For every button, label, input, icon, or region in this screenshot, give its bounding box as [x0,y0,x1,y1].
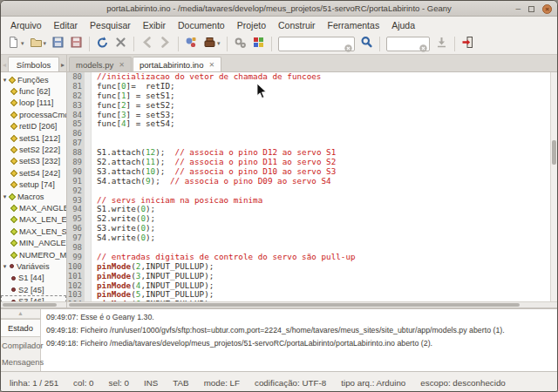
tree-item[interactable]: setS4 [242] [1,167,66,179]
tree-category-variáveis[interactable]: ▾Variáveis [1,260,66,272]
statusbar-field: INS [144,378,158,388]
message-tab-mensagens[interactable]: Mensagens [1,354,40,370]
goto-line-input-clear-icon[interactable] [419,40,427,56]
sidebar-hscroll-thumb[interactable] [3,303,57,307]
message-tab-compilador[interactable]: Compilador [1,337,40,354]
code-line: func[4] = setS4; [97,119,550,129]
tree-category-label: Funções [17,76,49,84]
search-input[interactable] [281,37,333,51]
ic-method [10,99,17,106]
sidebar-hscrollbar[interactable] [1,301,66,308]
close-window-button[interactable]: × [542,4,552,14]
tab-models.py[interactable]: models.py✕ [69,57,132,71]
editor-hscrollbar[interactable] [67,301,557,308]
goto-line-input[interactable] [389,37,418,51]
tree-item-label: S2 [45] [18,286,44,294]
message-tab-estado[interactable]: Estado [1,319,40,337]
close-doc-icon [114,36,127,52]
minimize-button[interactable]: – [515,4,521,13]
new-file-button[interactable]: ▾ [4,34,27,54]
tree-item[interactable]: retID [206] [1,121,66,132]
tree-category-macros[interactable]: ▾Macros [1,191,66,202]
menu-item-editar[interactable]: Editar [48,18,84,32]
build-button[interactable]: ▾ [201,34,223,54]
color-chooser-button[interactable] [249,34,268,54]
revert-button[interactable] [93,34,112,54]
tree-category-funções[interactable]: ▾Funções [1,74,66,85]
document-tab-label: models.py [76,60,113,70]
menu-item-ferramentas[interactable]: Ferramentas [322,18,386,32]
tree-item-label: setS2 [222] [19,145,60,154]
menu-item-arquivo[interactable]: Arquivo [4,18,48,32]
sidebar-tab-bar: ◂ Símbolos ▸ [1,55,66,72]
tree-item[interactable]: MAX_LEN_SAI [1,226,66,237]
document-tab-bar: models.py✕portaLabirinto.ino✕ [67,55,557,72]
open-file-button-dropdown-icon[interactable]: ▾ [44,40,47,47]
code-area[interactable]: //inicializacao do vetor de chamada de f… [92,72,550,301]
statusbar-field: col: 0 [73,378,93,388]
goto-line-button[interactable] [432,34,451,54]
menu-item-documento[interactable]: Documento [172,18,231,32]
execute-button[interactable] [231,34,249,54]
message-tabs-scroll-up-icon[interactable]: ▲ [1,309,40,319]
close-document-button[interactable] [112,34,130,54]
code-line: S4.write(0); [97,233,550,243]
tree-item[interactable]: setS3 [232] [1,156,66,167]
tree-item[interactable]: setS1 [212] [1,132,66,144]
find-button[interactable] [357,34,376,54]
tree-item[interactable]: setup [74] [1,179,66,191]
toolbar-separator [454,37,455,51]
tab-symbols[interactable]: Símbolos [8,57,59,71]
forward-button[interactable] [156,34,174,54]
editor-vscroll-thumb[interactable] [552,140,556,165]
back-icon [140,36,153,52]
sidebar-scroll-left-icon[interactable]: ◂ [1,61,8,71]
tree-item[interactable]: S2 [45] [1,284,66,295]
compile-icon [185,36,198,52]
tree-item[interactable]: MIN_ANGLE [3 [1,237,66,248]
menu-item-exibir[interactable]: Exibir [137,18,172,32]
search-input-clear-icon[interactable] [344,40,352,56]
editor-hscroll-thumb[interactable] [69,303,520,307]
build-button-dropdown-icon[interactable]: ▾ [217,40,221,47]
tree-item[interactable]: processaCmd [1,109,66,120]
tree-item[interactable]: S1 [44] [1,273,66,284]
tree-item[interactable]: MAX_ANGLE [ [1,202,66,213]
tree-item[interactable]: setS2 [222] [1,144,66,155]
maximize-button[interactable] [528,6,534,12]
save-icon [51,36,65,52]
save-all-button[interactable] [67,34,85,54]
editor-vscrollbar[interactable] [550,72,557,301]
window-controls: – × [515,1,552,17]
tab-close-icon[interactable]: ✕ [208,61,214,69]
tree-item-label: setup [74] [19,180,55,189]
tree-item[interactable]: NUMERO_MAX [1,249,66,260]
tree-item-label: func [62] [19,87,51,96]
menu-item-pesquisar[interactable]: Pesquisar [84,18,137,32]
expander-icon[interactable]: ▾ [1,263,9,270]
save-button[interactable] [49,34,67,54]
compile-button[interactable] [182,34,201,54]
new-file-button-dropdown-icon[interactable]: ▾ [21,40,24,47]
ic-macro [9,193,16,199]
tree-item[interactable]: MAX_LEN_ENT [1,214,66,226]
open-file-button[interactable]: ▾ [27,34,50,54]
title-bar[interactable]: portaLabirinto.ino - /media/tavares/deve… [1,1,557,17]
ic-method [10,112,17,118]
sidebar: ◂ Símbolos ▸ ▾Funçõesfunc [62]loop [111]… [1,55,67,308]
tab-close-icon[interactable]: ✕ [119,61,125,69]
forward-icon [159,36,172,52]
menu-item-ajuda[interactable]: Ajuda [385,18,421,32]
menu-item-construir[interactable]: Construir [272,18,322,32]
ic-method [10,134,17,141]
sidebar-scroll-right-icon[interactable]: ▸ [59,61,66,71]
tree-item[interactable]: func [62] [1,85,66,97]
back-button[interactable] [138,34,156,54]
quit-button[interactable] [459,34,477,54]
tree-item[interactable]: loop [111] [1,98,66,109]
symbols-tree[interactable]: ▾Funçõesfunc [62]loop [111]processaCmdre… [1,72,66,301]
menu-item-projeto[interactable]: Projeto [231,18,272,32]
tree-item[interactable]: S3 [46] [1,295,66,301]
toolbar: ▾▾▾ [1,33,557,55]
tab-portaLabirinto.ino[interactable]: portaLabirinto.ino✕ [133,57,221,71]
